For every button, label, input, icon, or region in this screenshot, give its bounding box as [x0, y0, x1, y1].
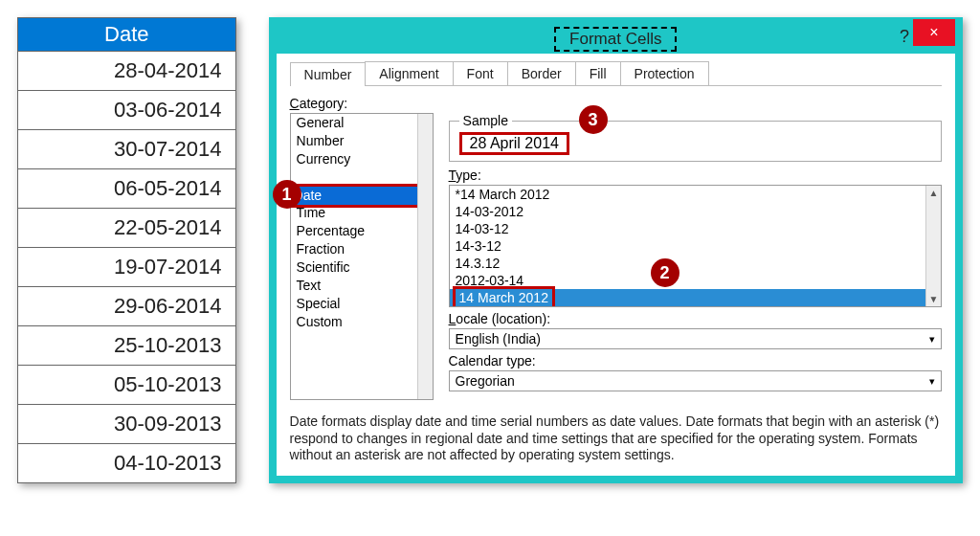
category-item[interactable]: Custom [291, 313, 433, 331]
table-row: 30-09-2013 [18, 404, 236, 443]
table-row: 19-07-2014 [18, 247, 236, 286]
callout-badge-3: 3 [579, 105, 608, 134]
category-item[interactable]: Percentage [291, 222, 433, 240]
sample-value: 28 April 2014 [459, 132, 569, 155]
type-item-selected[interactable]: 14 March 2012 [450, 289, 925, 306]
category-list[interactable]: General Number Currency Accounting Date … [290, 113, 434, 400]
sample-group: Sample 28 April 2014 [449, 113, 942, 162]
category-item[interactable]: Currency [291, 150, 433, 168]
calendar-value: Gregorian [456, 373, 515, 389]
help-button[interactable]: ? [900, 27, 909, 47]
locale-value: English (India) [456, 331, 542, 346]
table-row: 22-05-2014 [18, 208, 236, 247]
tab-number[interactable]: Number [290, 62, 367, 86]
table-row: 06-05-2014 [18, 168, 236, 208]
calendar-label: Calendar type: [449, 353, 942, 368]
table-row: 04-10-2013 [18, 443, 236, 482]
category-item[interactable]: Fraction [291, 240, 433, 258]
tab-font[interactable]: Font [453, 61, 508, 85]
dialog-title: Format Cells [554, 27, 677, 52]
category-item[interactable]: Number [291, 132, 433, 150]
tab-border[interactable]: Border [507, 61, 576, 85]
type-item[interactable]: 14-03-2012 [450, 203, 941, 220]
titlebar: Format Cells ? × [277, 25, 955, 54]
date-table: Date 28-04-2014 03-06-2014 30-07-2014 06… [17, 17, 236, 483]
callout-badge-1: 1 [273, 180, 301, 209]
table-row: 29-06-2014 [18, 286, 236, 325]
locale-label: Locale (location): [449, 311, 942, 326]
calendar-combo[interactable]: Gregorian ▾ [449, 370, 942, 391]
locale-combo[interactable]: English (India) ▾ [449, 328, 942, 349]
category-item[interactable]: Text [291, 277, 433, 295]
table-row: 05-10-2013 [18, 365, 236, 404]
scroll-down-icon[interactable]: ▼ [929, 294, 939, 304]
category-label: Category: [290, 96, 942, 111]
format-cells-dialog: Format Cells ? × Number Alignment Font B… [269, 17, 963, 483]
category-item[interactable]: Special [291, 295, 433, 313]
tab-fill[interactable]: Fill [575, 61, 621, 85]
type-scrollbar[interactable]: ▲ ▼ [925, 186, 941, 306]
category-item-date[interactable]: Date [290, 184, 434, 208]
date-table-header: Date [18, 18, 236, 52]
category-item[interactable]: General [291, 114, 433, 132]
chevron-down-icon: ▾ [929, 375, 935, 388]
format-explanation: Date formats display date and time seria… [290, 413, 942, 464]
type-item[interactable]: 14.3.12 [450, 255, 941, 272]
tab-protection[interactable]: Protection [620, 61, 709, 85]
callout-badge-2: 2 [651, 258, 679, 287]
type-item[interactable]: 14-3-12 [450, 237, 941, 255]
table-row: 28-04-2014 [18, 52, 236, 91]
category-item[interactable]: Scientific [291, 258, 433, 277]
tab-alignment[interactable]: Alignment [365, 61, 453, 85]
table-row: 25-10-2013 [18, 325, 236, 365]
close-button[interactable]: × [913, 19, 955, 46]
table-row: 30-07-2014 [18, 129, 236, 168]
type-item[interactable]: 14-03-12 [450, 220, 941, 237]
type-list[interactable]: 2 *14 March 2012 14-03-2012 14-03-12 14-… [449, 185, 942, 307]
scroll-up-icon[interactable]: ▲ [929, 188, 939, 198]
sample-legend: Sample [459, 113, 512, 128]
table-row: 03-06-2014 [18, 90, 236, 129]
type-label: Type: [449, 168, 942, 183]
category-scrollbar[interactable] [417, 114, 433, 399]
tab-strip: Number Alignment Font Border Fill Protec… [290, 61, 942, 86]
chevron-down-icon: ▾ [929, 333, 935, 346]
type-item[interactable]: *14 March 2012 [450, 186, 941, 203]
